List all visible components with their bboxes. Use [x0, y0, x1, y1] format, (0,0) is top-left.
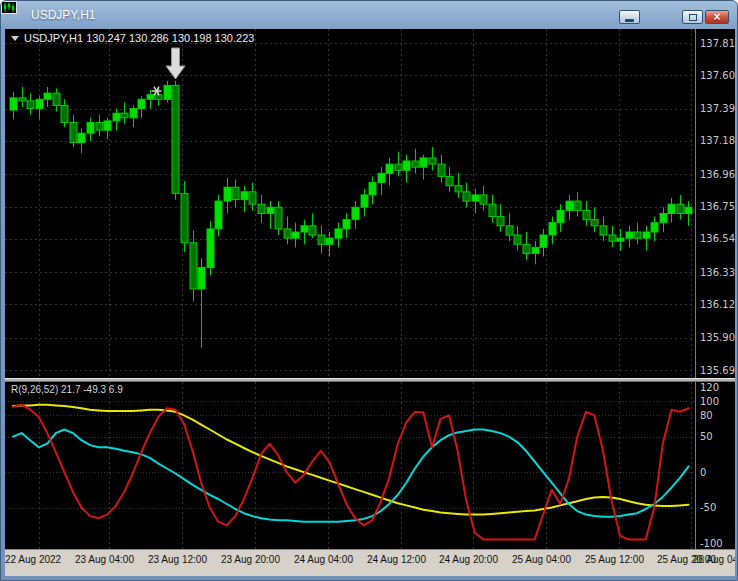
candle	[207, 229, 214, 268]
indicator-axis-label: 0	[700, 467, 706, 478]
star-icon[interactable]	[152, 87, 162, 96]
candle	[626, 232, 633, 238]
candle	[549, 223, 556, 235]
candle	[78, 133, 85, 142]
indicator-axis-label: 100	[700, 396, 719, 407]
candle	[53, 93, 60, 105]
candle	[523, 244, 530, 253]
time-label: 26 Aug 04:00	[693, 554, 735, 565]
candle	[386, 164, 393, 173]
candle	[677, 204, 684, 213]
candle	[438, 164, 445, 176]
candle	[147, 95, 154, 100]
candle	[190, 243, 197, 289]
candle	[232, 187, 239, 199]
close-icon: ×	[713, 11, 720, 23]
candle	[181, 193, 188, 242]
indicator-label: R(9,26,52) 21.7 -49.3 6.9	[11, 384, 123, 395]
time-axis[interactable]: 22 Aug 202223 Aug 04:0023 Aug 12:0023 Au…	[5, 549, 735, 576]
candle	[70, 122, 77, 142]
time-label: 23 Aug 12:00	[148, 554, 207, 565]
time-label: 23 Aug 04:00	[75, 554, 134, 565]
candle	[583, 210, 590, 219]
candle	[378, 173, 385, 182]
candle	[292, 232, 299, 238]
close-button[interactable]: ×	[705, 10, 729, 24]
candle	[395, 164, 402, 170]
price-axis-label: 135.695	[700, 365, 735, 376]
candle	[113, 113, 120, 121]
candle	[19, 98, 26, 101]
candlestick-chart[interactable]: 137.815137.605137.390137.180136.965136.7…	[5, 29, 735, 378]
candle	[429, 158, 436, 164]
candle	[472, 195, 479, 201]
indicator-axis-label: 80	[700, 410, 713, 421]
candle	[420, 158, 427, 167]
titlebar[interactable]: USDJPY,H1 ×	[1, 1, 737, 29]
candle	[352, 207, 359, 219]
main-chart-pane[interactable]: 137.815137.605137.390137.180136.965136.7…	[5, 29, 735, 378]
grid-layer	[5, 29, 693, 378]
ohlc-info-text: USDJPY,H1 130.247 130.286 130.198 130.22…	[24, 32, 254, 44]
candle	[540, 235, 547, 247]
candle	[634, 232, 641, 238]
restore-icon	[689, 14, 697, 21]
price-axis-label: 136.965	[700, 169, 735, 180]
candle	[215, 201, 222, 229]
time-label: 25 Aug 04:00	[512, 554, 571, 565]
candle	[96, 122, 103, 130]
candle	[258, 204, 265, 213]
candle	[61, 106, 68, 123]
candle	[301, 226, 308, 232]
candle	[343, 220, 350, 229]
candles-layer	[10, 81, 692, 348]
candle	[506, 226, 513, 235]
candle	[267, 207, 274, 213]
candle	[284, 229, 291, 238]
candle	[660, 213, 667, 222]
restore-button[interactable]	[682, 10, 703, 24]
candle	[164, 85, 171, 99]
candle	[514, 235, 521, 244]
oscillator-chart[interactable]: 12010080500-50-100	[5, 382, 735, 549]
price-axis-label: 136.755	[700, 201, 735, 212]
minimize-button[interactable]	[619, 10, 640, 24]
indicator-axis-label: -50	[700, 502, 716, 513]
candle	[249, 192, 256, 204]
candle	[44, 93, 51, 99]
candle	[104, 121, 111, 130]
candle	[609, 235, 616, 241]
candle	[403, 161, 410, 170]
price-axis: 137.815137.605137.390137.180136.965136.7…	[696, 29, 736, 378]
time-label: 23 Aug 20:00	[221, 554, 280, 565]
time-label: 24 Aug 04:00	[294, 554, 353, 565]
candle	[172, 85, 179, 193]
candle	[27, 101, 34, 109]
chart-icon	[9, 9, 25, 22]
candle	[591, 220, 598, 226]
chart-window-content: 137.815137.605137.390137.180136.965136.7…	[5, 29, 735, 576]
candle	[651, 223, 658, 232]
candle	[121, 113, 128, 118]
ohlc-dropdown-icon[interactable]	[11, 36, 19, 41]
candle	[412, 161, 419, 167]
grid-layer	[5, 382, 693, 549]
candle	[309, 226, 316, 235]
candle	[557, 210, 564, 222]
candle	[600, 226, 607, 235]
candle	[566, 201, 573, 210]
minimize-icon	[625, 19, 634, 22]
candle	[532, 247, 539, 253]
indicator-axis-label: 120	[700, 382, 719, 393]
candle	[480, 195, 487, 204]
price-axis-label: 137.605	[700, 70, 735, 81]
price-axis-label: 136.330	[700, 267, 735, 278]
indicator-pane[interactable]: 12010080500-50-100 R(9,26,52) 21.7 -49.3…	[5, 382, 735, 549]
candle	[198, 267, 205, 289]
price-axis-label: 136.120	[700, 299, 735, 310]
candle	[318, 235, 325, 244]
candle	[497, 217, 504, 226]
indicator-line-yellow	[13, 405, 689, 515]
candle	[369, 183, 376, 195]
candle	[241, 192, 248, 200]
